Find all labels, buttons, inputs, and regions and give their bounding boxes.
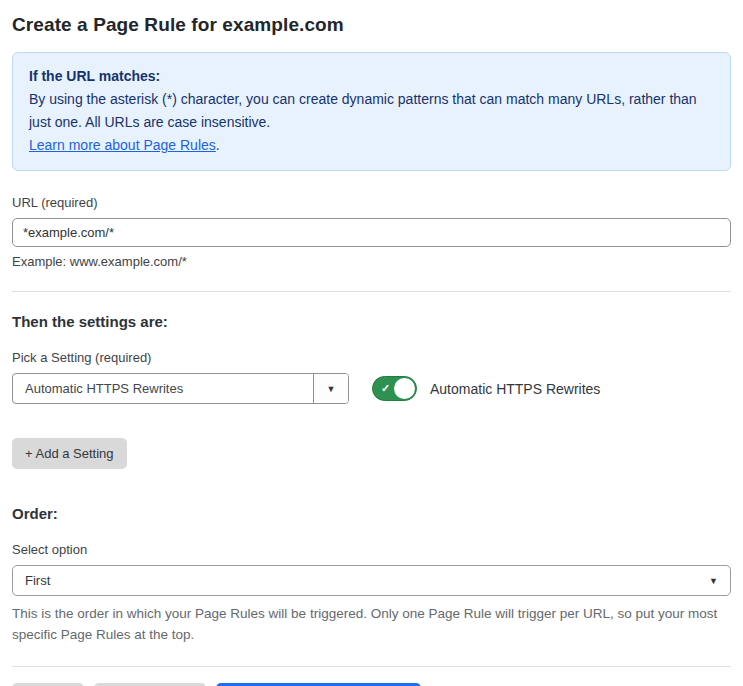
page-rule-form: Create a Page Rule for example.com If th… [0, 0, 743, 686]
page-title: Create a Page Rule for example.com [12, 14, 731, 36]
settings-section-heading: Then the settings are: [12, 313, 731, 330]
order-section-heading: Order: [12, 505, 731, 522]
order-select-value: First [25, 573, 709, 588]
url-matches-info-box: If the URL matches: By using the asteris… [12, 52, 731, 171]
setting-dropdown-button[interactable]: ▼ [313, 374, 348, 403]
pick-setting-label: Pick a Setting (required) [12, 350, 731, 365]
setting-dropdown[interactable]: Automatic HTTPS Rewrites ▼ [12, 373, 349, 404]
setting-dropdown-value: Automatic HTTPS Rewrites [13, 374, 313, 403]
info-box-heading: If the URL matches: [29, 65, 714, 88]
url-input[interactable] [12, 218, 731, 247]
info-box-link-line: Learn more about Page Rules. [29, 134, 714, 157]
check-icon: ✓ [381, 383, 390, 394]
divider-top [12, 291, 731, 292]
add-setting-button[interactable]: + Add a Setting [12, 438, 127, 469]
toggle-knob [394, 378, 415, 399]
setting-row: Automatic HTTPS Rewrites ▼ ✓ Automatic H… [12, 373, 731, 404]
order-helper-text: This is the order in which your Page Rul… [12, 603, 731, 645]
url-example-helper: Example: www.example.com/* [12, 254, 731, 269]
https-rewrites-toggle[interactable]: ✓ [372, 376, 417, 401]
learn-more-link[interactable]: Learn more about Page Rules [29, 137, 216, 153]
order-select-label: Select option [12, 542, 731, 557]
toggle-label: Automatic HTTPS Rewrites [430, 381, 600, 397]
chevron-down-icon: ▼ [327, 384, 336, 394]
order-select[interactable]: First ▼ [12, 565, 731, 596]
chevron-down-icon: ▼ [709, 576, 718, 586]
info-box-body: By using the asterisk (*) character, you… [29, 88, 714, 134]
link-suffix: . [216, 137, 220, 153]
url-field-label: URL (required) [12, 195, 731, 210]
divider-bottom [12, 666, 731, 667]
